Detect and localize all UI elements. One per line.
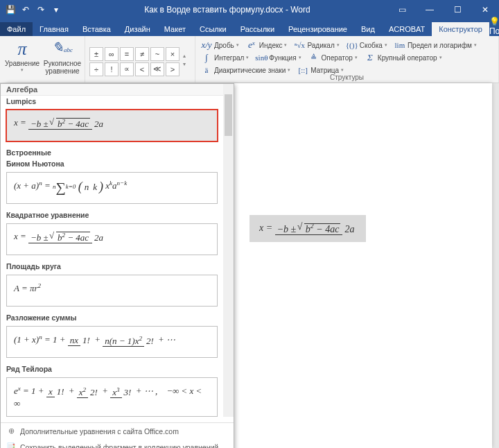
tab-home[interactable]: Главная — [33, 22, 76, 36]
gallery-section-algebra: Алгебра — [1, 84, 223, 96]
struct-bracket[interactable]: {()}Скобка▾ — [347, 40, 387, 51]
symbol-fact[interactable]: ! — [105, 62, 119, 76]
tab-references[interactable]: Ссылки — [193, 22, 234, 36]
gallery-cat-taylor: Ряд Тейлора — [1, 363, 223, 374]
function-icon: sinθ — [256, 53, 267, 62]
struct-fraction[interactable]: x/yДробь▾ — [201, 40, 239, 51]
save-selection-icon: 📑 — [6, 442, 16, 448]
operator-icon: ≜ — [308, 53, 319, 62]
index-icon: ex — [246, 40, 257, 51]
qat-dropdown-icon[interactable]: ▾ — [50, 3, 62, 16]
redo-icon[interactable]: ↷ — [35, 3, 47, 16]
quick-access-toolbar: 💾 ↶ ↷ ▾ — [0, 3, 67, 16]
struct-large-op[interactable]: ΣКрупный оператор▾ — [365, 52, 442, 63]
gallery-cat-lumpics: Lumpics — [1, 96, 223, 107]
gallery-item-lumpics-quadratic[interactable]: x = −b ± b2 − 4ac2a — [6, 110, 218, 141]
pi-icon: π — [17, 39, 26, 60]
tab-file[interactable]: Файл — [0, 22, 33, 36]
ribbon-tabs: Файл Главная Вставка Дизайн Макет Ссылки… — [0, 19, 499, 36]
tab-insert[interactable]: Вставка — [76, 22, 118, 36]
gallery-cat-builtin: Встроенные — [1, 147, 223, 158]
struct-limit-log[interactable]: limПредел и логарифм▾ — [394, 40, 477, 51]
tab-layout[interactable]: Макет — [157, 22, 193, 36]
symbol-inf[interactable]: ∞ — [105, 47, 119, 61]
symbols-expand[interactable]: ▴▾ — [181, 53, 191, 67]
integral-icon: ∫ — [201, 52, 212, 63]
large-op-icon: Σ — [365, 52, 376, 63]
globe-icon: ⊕ — [6, 427, 16, 436]
symbol-pm[interactable]: ± — [89, 47, 103, 61]
struct-integral[interactable]: ∫Интеграл▾ — [201, 52, 249, 63]
symbol-times[interactable]: × — [166, 47, 180, 61]
save-icon[interactable]: 💾 — [4, 3, 17, 16]
gallery-item-binomial[interactable]: (x + a)n = n∑k=0 (nk) xkan−k — [6, 172, 218, 204]
tab-view[interactable]: Вид — [354, 22, 382, 36]
ribbon-group-structures: x/yДробь▾ exИндекс▾ ⁿ√xРадикал▾ {()}Скоб… — [195, 36, 499, 83]
struct-radical[interactable]: ⁿ√xРадикал▾ — [294, 40, 339, 51]
symbol-gt[interactable]: > — [166, 62, 180, 76]
gallery-item-quadratic[interactable]: x = −b ± b2 − 4ac2a — [6, 223, 218, 255]
equation-in-document[interactable]: x = −b ± b2 − 4ac2a — [250, 215, 366, 242]
symbol-tilde[interactable]: ~ — [150, 47, 164, 61]
workspace: x = −b ± b2 − 4ac2a Алгебра Lumpics x = … — [0, 83, 499, 448]
equation-button[interactable]: π Уравнение ▾ — [4, 39, 40, 83]
tell-me[interactable]: 💡 Помощн — [489, 17, 499, 36]
document-title: Как в Ворде вставить формулу.docx - Word — [67, 5, 388, 15]
structures-group-label: Структуры — [200, 74, 494, 82]
gallery-item-circle-area[interactable]: A = πr2 — [6, 275, 218, 307]
minimize-icon[interactable]: ― — [416, 0, 444, 19]
symbol-prop[interactable]: ∝ — [120, 62, 134, 76]
tab-design-equation[interactable]: Конструктор — [432, 22, 489, 36]
ribbon-options-icon[interactable]: ▭ — [388, 0, 416, 19]
symbol-lt[interactable]: < — [135, 62, 149, 76]
gallery-item-expansion[interactable]: (1 + x)n = 1 + nx1! + n(n − 1)x22! + ⋯ — [6, 326, 218, 358]
title-bar: 💾 ↶ ↷ ▾ Как в Ворде вставить формулу.doc… — [0, 0, 499, 19]
tab-design[interactable]: Дизайн — [118, 22, 157, 36]
struct-function[interactable]: sinθФункция▾ — [256, 52, 301, 63]
gallery-cat-circle: Площадь круга — [1, 261, 223, 272]
ribbon-group-symbols: ± ∞ = ≠ ~ × ÷ ! ∝ < ≪ > ▴▾ — [85, 36, 195, 83]
gallery-footer: ⊕Дополнительные уравнения с сайта Office… — [1, 422, 234, 448]
ink-icon: ✎abc — [52, 39, 73, 60]
maximize-icon[interactable]: ☐ — [444, 0, 471, 19]
struct-index[interactable]: exИндекс▾ — [246, 40, 288, 51]
equation-gallery: Алгебра Lumpics x = −b ± b2 − 4ac2a Встр… — [0, 83, 234, 448]
struct-operator[interactable]: ≜Оператор▾ — [308, 52, 358, 63]
radical-icon: ⁿ√x — [294, 41, 305, 49]
gallery-item-taylor[interactable]: ex = 1 + x1! + x22! + x33! + ⋯ , −∞ < x … — [6, 377, 218, 417]
gallery-cat-binomial: Бином Ньютона — [1, 158, 223, 169]
tab-acrobat[interactable]: ACROBAT — [382, 22, 432, 36]
gallery-scrollbar[interactable] — [223, 84, 234, 417]
gallery-save-selection[interactable]: 📑Сохранить выделенный фрагмент в коллекц… — [1, 439, 234, 448]
gallery-cat-expansion: Разложение суммы — [1, 312, 223, 323]
bracket-icon: {()} — [347, 41, 358, 49]
ribbon-group-tools: π Уравнение ▾ ✎abc Рукописное уравнение — [0, 36, 85, 83]
undo-icon[interactable]: ↶ — [19, 3, 32, 16]
fraction-icon: x/y — [201, 40, 212, 51]
ink-equation-button[interactable]: ✎abc Рукописное уравнение — [44, 39, 80, 83]
symbol-ll[interactable]: ≪ — [150, 62, 164, 76]
tab-review[interactable]: Рецензирование — [281, 22, 354, 36]
tab-mailings[interactable]: Рассылки — [234, 22, 281, 36]
limit-icon: lim — [394, 41, 405, 49]
ribbon: π Уравнение ▾ ✎abc Рукописное уравнение … — [0, 36, 499, 83]
gallery-cat-quadratic: Квадратное уравнение — [1, 209, 223, 221]
window-controls: ▭ ― ☐ ✕ — [388, 0, 499, 19]
symbol-div[interactable]: ÷ — [89, 62, 103, 76]
symbol-eq[interactable]: = — [120, 47, 134, 61]
gallery-more-office[interactable]: ⊕Дополнительные уравнения с сайта Office… — [1, 423, 234, 439]
symbol-neq[interactable]: ≠ — [135, 47, 149, 61]
